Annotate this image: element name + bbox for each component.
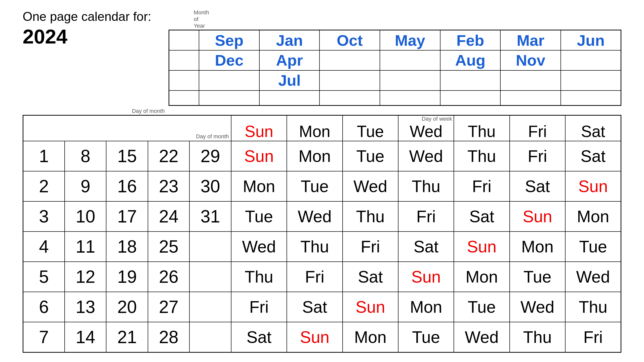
dow-r2-tue: Tue	[287, 171, 342, 201]
dom-18: 18	[106, 232, 148, 262]
dom-7: 7	[23, 322, 65, 352]
dow-r3-sun: Sun	[510, 201, 565, 232]
dom-13: 13	[65, 292, 106, 322]
month-header-table: Sep Jan Oct May Feb Mar Jun Dec Apr Aug	[169, 30, 621, 106]
dom-19: 19	[106, 262, 148, 292]
header-empty-9	[380, 70, 440, 90]
month-feb: Feb	[440, 30, 501, 50]
dow-r5-wed: Wed	[565, 262, 621, 292]
dom-27: 27	[148, 292, 189, 322]
dom-16: 16	[106, 171, 148, 201]
dow-r4-thu: Thu	[287, 232, 342, 262]
dow-r7-sun: Sun	[287, 322, 342, 352]
dom-5: 5	[23, 262, 65, 292]
month-of-year-label: MonthofYear	[192, 9, 240, 29]
dom-20: 20	[106, 292, 148, 322]
dow-r7-sat: Sat	[231, 322, 287, 352]
header-empty-17	[380, 90, 440, 106]
dow-header-sun: Sun	[231, 115, 287, 141]
dow-r5-sat: Sat	[343, 262, 398, 292]
dom-29: 29	[189, 141, 231, 171]
dow-r6-wed: Wed	[510, 292, 565, 322]
dow-header-tue: Tue	[343, 115, 398, 141]
month-oct: Oct	[319, 30, 380, 50]
dow-r3-tue: Tue	[231, 201, 287, 232]
page: One page calendar for: 2024 MonthofYear	[8, 0, 636, 362]
dow-header-sat: Sat	[565, 115, 621, 141]
dow-r1-thu: Thu	[454, 141, 509, 171]
dom-empty-6	[189, 292, 231, 322]
dow-header-fri: Fri	[510, 115, 565, 141]
dow-r4-tue: Tue	[565, 232, 621, 262]
dom-4: 4	[23, 232, 65, 262]
header-empty-3	[319, 50, 380, 70]
dow-r2-mon: Mon	[231, 171, 287, 201]
title-block: One page calendar for: 2024	[23, 9, 169, 48]
header-section: MonthofYear Sep	[169, 9, 621, 106]
dow-r5-sun: Sun	[398, 262, 454, 292]
month-jul: Jul	[259, 70, 320, 90]
dow-r2-thu: Thu	[398, 171, 454, 201]
dow-r2-fri: Fri	[454, 171, 509, 201]
dow-r5-fri: Fri	[287, 262, 342, 292]
dow-r3-wed: Wed	[287, 201, 342, 232]
dom-31: 31	[189, 201, 231, 232]
dow-r3-thu: Thu	[343, 201, 398, 232]
month-nov: Nov	[500, 50, 561, 70]
dow-r1-mon: Mon	[287, 141, 342, 171]
dom-1: 1	[23, 141, 65, 171]
dom-12: 12	[65, 262, 106, 292]
dom-15: 15	[106, 141, 148, 171]
header-empty-1	[169, 30, 199, 50]
dom-30: 30	[189, 171, 231, 201]
dow-r3-sat: Sat	[454, 201, 509, 232]
dom-14: 14	[65, 322, 106, 352]
dom-11: 11	[65, 232, 106, 262]
dow-r7-fri: Fri	[565, 322, 621, 352]
dom-22: 22	[148, 141, 189, 171]
month-sep: Sep	[199, 30, 259, 50]
title-line2: 2024	[23, 25, 169, 48]
dow-r4-mon: Mon	[510, 232, 565, 262]
dom-25: 25	[148, 232, 189, 262]
dom-empty-4	[189, 232, 231, 262]
header-empty-16	[319, 90, 380, 106]
header-empty-13	[169, 90, 199, 106]
dom-empty-7	[189, 322, 231, 352]
header-empty-19	[500, 90, 561, 106]
dow-r3-fri: Fri	[398, 201, 454, 232]
day-of-month-label-cell: Day of month	[23, 115, 231, 141]
title-line1: One page calendar for:	[23, 9, 169, 24]
header-empty-15	[259, 90, 320, 106]
dow-r6-sat: Sat	[287, 292, 342, 322]
header-empty-8	[319, 70, 380, 90]
dow-r4-sat: Sat	[398, 232, 454, 262]
month-dec: Dec	[199, 50, 259, 70]
dom-3: 3	[23, 201, 65, 232]
dom-empty-5	[189, 262, 231, 292]
month-year-label-row: MonthofYear	[169, 9, 621, 29]
dow-r7-thu: Thu	[510, 322, 565, 352]
dow-r1-wed: Wed	[398, 141, 454, 171]
header-empty-14	[199, 90, 259, 106]
header-empty-6	[169, 70, 199, 90]
main-calendar-table: Day of month Sun Mon Tue Day of week Wed…	[23, 115, 621, 353]
dom-21: 21	[106, 322, 148, 352]
header-empty-11	[500, 70, 561, 90]
header-empty-5	[561, 50, 621, 70]
month-jan: Jan	[259, 30, 320, 50]
header-empty-12	[561, 70, 621, 90]
dow-r5-tue: Tue	[510, 262, 565, 292]
month-jun: Jun	[561, 30, 621, 50]
dow-r3-mon: Mon	[565, 201, 621, 232]
dow-r4-sun: Sun	[454, 232, 509, 262]
dow-header-wed-cell: Day of week Wed	[398, 115, 454, 141]
dow-r7-tue: Tue	[398, 322, 454, 352]
header-empty-18	[440, 90, 501, 106]
dow-header-mon: Mon	[287, 115, 342, 141]
labels-row: Day of month	[23, 108, 621, 114]
dom-2: 2	[23, 171, 65, 201]
dom-17: 17	[106, 201, 148, 232]
header-empty-2	[169, 50, 199, 70]
dow-r2-wed: Wed	[343, 171, 398, 201]
